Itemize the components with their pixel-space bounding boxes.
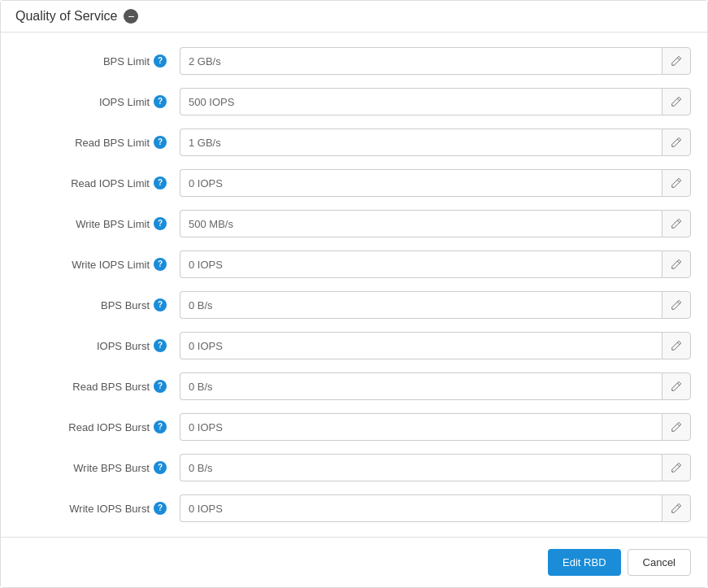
input-wrapper-bps-limit xyxy=(180,47,691,75)
help-icon-iops-limit[interactable] xyxy=(154,95,167,108)
input-write-iops-limit[interactable] xyxy=(180,250,662,278)
form-row-bps-limit: BPS Limit xyxy=(1,41,707,81)
input-write-bps-limit[interactable] xyxy=(180,210,662,237)
qos-panel: Quality of Service BPS Limit IOPS Limit xyxy=(0,0,708,588)
pencil-icon xyxy=(671,503,682,514)
pencil-icon xyxy=(671,137,682,148)
input-wrapper-write-iops-burst xyxy=(180,494,691,522)
help-icon-iops-burst[interactable] xyxy=(154,339,167,352)
input-wrapper-read-bps-limit xyxy=(180,128,691,156)
footer: Edit RBD Cancel xyxy=(1,537,707,587)
label-read-bps-burst: Read BPS Burst xyxy=(17,380,180,393)
input-read-iops-burst[interactable] xyxy=(180,413,662,441)
label-write-bps-burst: Write BPS Burst xyxy=(17,461,180,474)
help-icon-read-bps-burst[interactable] xyxy=(154,380,167,393)
input-wrapper-iops-limit xyxy=(180,88,691,115)
help-icon-write-iops-burst[interactable] xyxy=(154,502,167,515)
pencil-icon xyxy=(671,259,682,270)
input-iops-burst[interactable] xyxy=(180,332,662,359)
form-row-bps-burst: BPS Burst xyxy=(1,285,707,325)
edit-btn-write-bps-limit[interactable] xyxy=(662,210,691,237)
input-bps-burst[interactable] xyxy=(180,291,662,319)
pencil-icon xyxy=(671,55,682,67)
input-write-bps-burst[interactable] xyxy=(180,454,662,481)
input-wrapper-read-bps-burst xyxy=(180,372,691,400)
label-bps-limit: BPS Limit xyxy=(17,54,180,68)
form-row-write-bps-limit: Write BPS Limit xyxy=(1,203,707,244)
pencil-icon xyxy=(671,421,682,433)
pencil-icon xyxy=(671,96,682,107)
help-icon-bps-burst[interactable] xyxy=(154,298,167,311)
input-iops-limit[interactable] xyxy=(180,88,662,115)
help-icon-write-bps-limit[interactable] xyxy=(154,217,167,230)
section-title: Quality of Service xyxy=(15,9,117,24)
edit-btn-write-iops-limit[interactable] xyxy=(662,250,691,278)
pencil-icon xyxy=(671,218,682,229)
collapse-icon[interactable] xyxy=(124,9,138,24)
form-row-write-iops-burst: Write IOPS Burst xyxy=(1,488,707,529)
input-wrapper-iops-burst xyxy=(180,332,691,359)
edit-btn-write-bps-burst[interactable] xyxy=(662,454,691,481)
label-write-iops-limit: Write IOPS Limit xyxy=(17,258,180,271)
input-wrapper-write-bps-limit xyxy=(180,210,691,237)
help-icon-read-bps-limit[interactable] xyxy=(154,136,167,149)
label-read-iops-limit: Read IOPS Limit xyxy=(17,176,180,189)
pencil-icon xyxy=(671,462,682,473)
help-icon-read-iops-limit[interactable] xyxy=(154,176,167,189)
help-icon-bps-limit[interactable] xyxy=(154,54,167,68)
label-iops-limit: IOPS Limit xyxy=(17,95,180,108)
edit-btn-read-bps-limit[interactable] xyxy=(662,128,691,156)
input-read-bps-limit[interactable] xyxy=(180,128,662,156)
pencil-icon xyxy=(671,381,682,392)
label-write-iops-burst: Write IOPS Burst xyxy=(17,502,180,515)
help-icon-read-iops-burst[interactable] xyxy=(154,420,167,433)
form-row-write-bps-burst: Write BPS Burst xyxy=(1,447,707,488)
pencil-icon xyxy=(671,340,682,351)
label-bps-burst: BPS Burst xyxy=(17,298,180,311)
input-wrapper-write-bps-burst xyxy=(180,454,691,481)
form-row-read-iops-burst: Read IOPS Burst xyxy=(1,407,707,447)
edit-rbd-button[interactable]: Edit RBD xyxy=(548,549,620,576)
edit-btn-iops-limit[interactable] xyxy=(662,88,691,115)
form-row-read-bps-limit: Read BPS Limit xyxy=(1,122,707,163)
edit-btn-bps-limit[interactable] xyxy=(662,47,691,75)
input-read-bps-burst[interactable] xyxy=(180,372,662,400)
input-wrapper-read-iops-limit xyxy=(180,169,691,197)
input-write-iops-burst[interactable] xyxy=(180,494,662,522)
input-wrapper-write-iops-limit xyxy=(180,250,691,278)
pencil-icon xyxy=(671,299,682,311)
pencil-icon xyxy=(671,177,682,189)
edit-btn-read-iops-limit[interactable] xyxy=(662,169,691,197)
label-read-iops-burst: Read IOPS Burst xyxy=(17,420,180,433)
input-bps-limit[interactable] xyxy=(180,47,662,75)
input-wrapper-bps-burst xyxy=(180,291,691,319)
help-icon-write-iops-limit[interactable] xyxy=(154,258,167,271)
form-row-iops-limit: IOPS Limit xyxy=(1,81,707,122)
edit-btn-bps-burst[interactable] xyxy=(662,291,691,319)
form-row-iops-burst: IOPS Burst xyxy=(1,325,707,366)
edit-btn-iops-burst[interactable] xyxy=(662,332,691,359)
help-icon-write-bps-burst[interactable] xyxy=(154,461,167,474)
form-row-read-bps-burst: Read BPS Burst xyxy=(1,366,707,407)
label-iops-burst: IOPS Burst xyxy=(17,339,180,352)
form-body: BPS Limit IOPS Limit xyxy=(1,33,707,537)
label-read-bps-limit: Read BPS Limit xyxy=(17,136,180,149)
edit-btn-write-iops-burst[interactable] xyxy=(662,494,691,522)
edit-btn-read-bps-burst[interactable] xyxy=(662,372,691,400)
input-wrapper-read-iops-burst xyxy=(180,413,691,441)
edit-btn-read-iops-burst[interactable] xyxy=(662,413,691,441)
input-read-iops-limit[interactable] xyxy=(180,169,662,197)
label-write-bps-limit: Write BPS Limit xyxy=(17,217,180,230)
section-header: Quality of Service xyxy=(1,1,707,33)
cancel-button[interactable]: Cancel xyxy=(628,549,691,576)
form-row-read-iops-limit: Read IOPS Limit xyxy=(1,163,707,203)
form-row-write-iops-limit: Write IOPS Limit xyxy=(1,244,707,285)
